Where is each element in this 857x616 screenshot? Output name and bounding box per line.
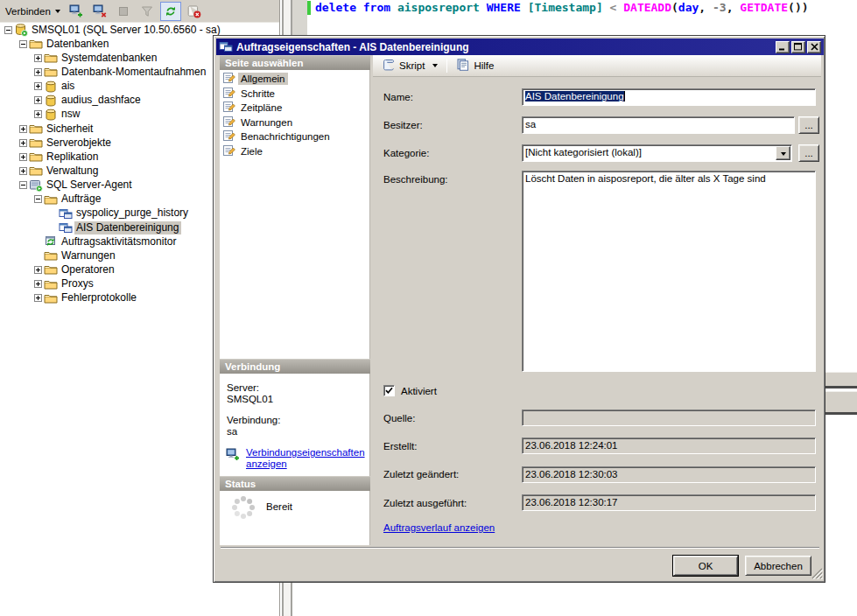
sql-token: [Timestamp] xyxy=(528,1,603,14)
tree-item-label: Sicherheit xyxy=(45,122,95,136)
tree-item-label: Aufträge xyxy=(60,192,103,206)
status-panel: Bereit xyxy=(220,491,370,545)
expand-icon[interactable] xyxy=(32,266,44,274)
expand-icon[interactable] xyxy=(32,294,44,302)
category-select[interactable]: [Nicht kategorisiert (lokal)] xyxy=(522,144,792,162)
page-item-warnungen[interactable]: Warnungen xyxy=(220,116,369,130)
category-label: Kategorie: xyxy=(383,148,429,158)
minimize-button[interactable] xyxy=(776,41,790,53)
expand-icon[interactable] xyxy=(18,125,29,133)
page-item-label: Benachrichtigungen xyxy=(238,130,333,143)
sql-token: from xyxy=(363,1,390,14)
connection-properties-icon xyxy=(225,447,241,463)
page-item-schritte[interactable]: Schritte xyxy=(220,87,369,102)
maximize-button[interactable] xyxy=(791,41,805,53)
connect-dropdown-button[interactable]: Verbinden xyxy=(2,2,64,21)
expand-icon[interactable] xyxy=(32,68,44,76)
expand-icon[interactable] xyxy=(32,110,44,118)
sql-token xyxy=(480,1,487,14)
close-icon[interactable] xyxy=(807,41,821,53)
name-input[interactable]: AIS Datenbereinigung xyxy=(522,88,816,106)
cancel-button[interactable]: Abbrechen xyxy=(745,556,811,576)
collapse-icon[interactable] xyxy=(18,40,29,48)
page-item-allgemein[interactable]: Allgemein xyxy=(220,72,369,87)
database-icon xyxy=(44,108,60,122)
sql-token xyxy=(706,1,713,14)
connection-properties-link[interactable]: Verbindungseigenschaften anzeigen xyxy=(246,447,362,470)
disable-script-icon[interactable] xyxy=(184,2,205,21)
tree-item-label: Proxys xyxy=(60,277,96,290)
tree-item-label: Fehlerprotokolle xyxy=(60,291,139,304)
expand-icon[interactable] xyxy=(32,82,44,90)
source-label: Quelle: xyxy=(383,413,415,424)
modified-label: Zuletzt geändert: xyxy=(383,469,459,480)
collapse-icon[interactable] xyxy=(3,26,14,34)
pages-list: AllgemeinSchritteZeitpläneWarnungenBenac… xyxy=(220,70,370,359)
expand-icon[interactable] xyxy=(32,54,44,62)
description-textarea[interactable]: Löscht Daten in aisposreport, die älter … xyxy=(522,171,816,372)
editor-change-bar-icon xyxy=(307,1,311,15)
folder-icon xyxy=(29,150,45,164)
sql-token: delete xyxy=(315,1,356,14)
sql-token: DATEADD xyxy=(623,1,671,14)
page-item-benachrichtigungen[interactable]: Benachrichtigungen xyxy=(220,130,369,144)
script-dropdown-button[interactable]: Skript xyxy=(378,56,441,75)
toolbar-separator xyxy=(446,59,447,73)
modified-input: 23.06.2018 12:30:03 xyxy=(522,466,816,483)
name-selected-text: AIS Datenbereinigung xyxy=(525,91,624,102)
page-item-label: Allgemein xyxy=(238,73,288,85)
category-browse-button[interactable]: ... xyxy=(798,144,819,162)
enabled-checkbox[interactable] xyxy=(383,385,395,396)
owner-label: Besitzer: xyxy=(383,120,423,130)
executed-label: Zuletzt ausgeführt: xyxy=(383,498,467,508)
dialog-titlebar[interactable]: Auftragseigenschaften - AIS Datenbereini… xyxy=(216,38,824,55)
page-icon xyxy=(222,115,238,130)
help-button[interactable]: Hilfe xyxy=(453,56,497,75)
page-item-label: Schritte xyxy=(238,88,277,100)
ok-button[interactable]: OK xyxy=(673,556,738,576)
expand-icon[interactable] xyxy=(32,96,44,104)
page-item-ziele[interactable]: Ziele xyxy=(220,144,369,159)
page-item-zeitpläne[interactable]: Zeitpläne xyxy=(220,101,369,116)
owner-input[interactable]: sa xyxy=(522,116,795,134)
connect-server-icon[interactable] xyxy=(66,2,87,21)
tree-item-label: Replikation xyxy=(45,150,101,164)
object-explorer-toolbar: Verbinden xyxy=(0,0,279,23)
chevron-down-icon xyxy=(55,10,60,16)
sql-token xyxy=(603,1,610,14)
tree-item-label: Datenbank-Momentaufnahmen xyxy=(60,66,208,79)
tree-item-label: Systemdatenbanken xyxy=(60,52,159,65)
expand-icon[interactable] xyxy=(18,167,29,175)
filter-icon[interactable] xyxy=(137,2,158,21)
server-label: Server: xyxy=(227,382,259,393)
expand-icon[interactable] xyxy=(18,139,29,147)
collapse-icon[interactable] xyxy=(32,195,44,203)
page-item-label: Zeitpläne xyxy=(238,102,284,114)
sql-statement[interactable]: delete from aisposreport WHERE [Timestam… xyxy=(315,1,809,14)
job-history-link[interactable]: Auftragsverlauf anzeigen xyxy=(383,522,495,533)
created-input: 23.06.2018 12:24:01 xyxy=(522,438,816,454)
chevron-down-icon xyxy=(432,64,438,70)
expand-icon[interactable] xyxy=(18,153,29,161)
tree-item-label: ais xyxy=(60,80,77,93)
combo-dropdown-icon[interactable] xyxy=(776,146,790,160)
pages-header: Seite auswählen xyxy=(220,55,370,70)
resize-grip[interactable] xyxy=(810,566,823,581)
owner-browse-button[interactable]: ... xyxy=(798,116,819,134)
disconnect-server-icon[interactable] xyxy=(89,2,110,21)
editor-selection-margin xyxy=(292,0,307,37)
folder-icon xyxy=(44,65,60,79)
refresh-icon[interactable] xyxy=(160,2,181,21)
tree-item-label: SQL Server-Agent xyxy=(45,178,135,192)
status-text: Bereit xyxy=(266,501,292,512)
sql-token: , xyxy=(699,1,706,14)
sql-token xyxy=(356,1,363,14)
stop-icon[interactable] xyxy=(113,2,134,21)
sql-token: day xyxy=(678,1,699,14)
expand-icon[interactable] xyxy=(32,280,44,288)
created-label: Erstellt: xyxy=(383,441,417,452)
job-properties-dialog: Auftragseigenschaften - AIS Datenbereini… xyxy=(213,35,825,583)
collapse-icon[interactable] xyxy=(18,181,29,189)
page-item-label: Ziele xyxy=(238,145,265,158)
sql-token: ( xyxy=(671,1,678,14)
